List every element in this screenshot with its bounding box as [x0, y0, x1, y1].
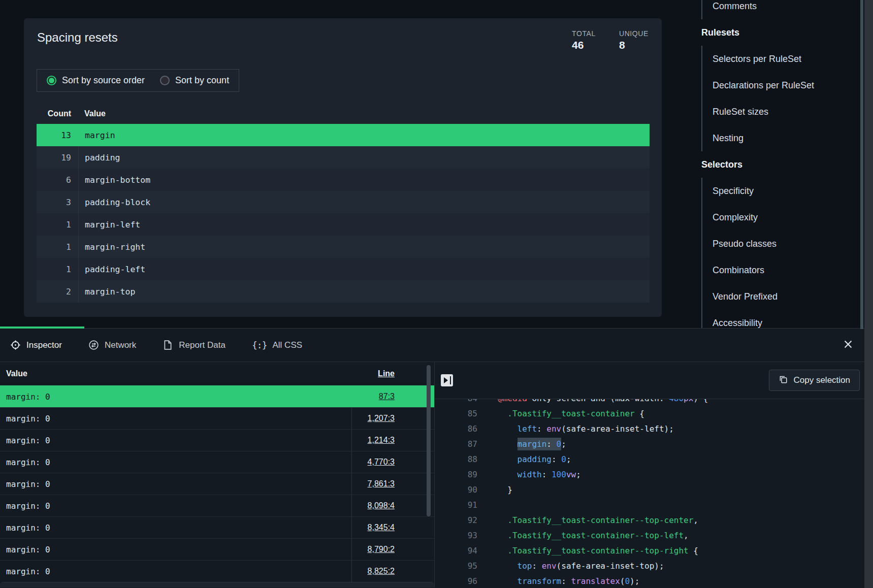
- row-value: padding-block: [78, 191, 650, 213]
- stat-unique-value: 8: [619, 39, 649, 51]
- tab-network[interactable]: Network: [88, 340, 136, 350]
- inspector-row[interactable]: margin: 08,345:4: [0, 516, 434, 538]
- tab-inspector[interactable]: Inspector: [10, 340, 62, 350]
- sidebar-item-ruleset-sizes[interactable]: RuleSet sizes: [713, 99, 860, 125]
- code-line: 96 transform: translatex(0);: [435, 573, 873, 587]
- line-number: 84: [435, 399, 477, 403]
- window-scrollbar-track[interactable]: [864, 0, 873, 588]
- spacing-table-row[interactable]: 13margin: [37, 124, 650, 146]
- tab-report-data[interactable]: Report Data: [163, 340, 225, 350]
- inspector-row[interactable]: margin: 08,790:2: [0, 538, 434, 560]
- inspector-row[interactable]: margin: 01,207:3: [0, 407, 434, 429]
- code-editor[interactable]: 84@media only screen and (max-width: 480…: [435, 399, 873, 587]
- line-link[interactable]: 8,098:4: [368, 501, 395, 510]
- line-link[interactable]: 87:3: [379, 392, 395, 401]
- sidebar-item-specificity[interactable]: Specificity: [713, 178, 860, 204]
- line-number: 86: [435, 424, 477, 434]
- sidebar-item-declarations-per-ruleset[interactable]: Declarations per RuleSet: [713, 72, 860, 99]
- count-column-header: Count: [37, 109, 78, 118]
- sidebar-item-pseudo-classes[interactable]: Pseudo classes: [713, 231, 860, 257]
- inspector-row[interactable]: margin: 07,861:3: [0, 473, 434, 495]
- sidebar-item-nesting[interactable]: Nesting: [713, 125, 860, 151]
- inspector-row[interactable]: margin: 04,770:3: [0, 451, 434, 473]
- line-number: 95: [435, 561, 477, 571]
- row-count: 1: [37, 258, 78, 280]
- copy-selection-button[interactable]: Copy selection: [769, 370, 860, 391]
- stats: TOTAL 46 UNIQUE 8: [572, 29, 649, 51]
- sort-by-count-option[interactable]: Sort by count: [160, 75, 229, 86]
- code-line: 91: [435, 497, 873, 512]
- line-link[interactable]: 4,770:3: [368, 458, 395, 467]
- sort-radio-group: Sort by source order Sort by count: [37, 69, 239, 92]
- card-title: Spacing resets: [37, 30, 118, 45]
- spacing-table-row[interactable]: 3padding-block: [37, 191, 650, 213]
- spacing-table-row[interactable]: 1margin-left: [37, 213, 650, 236]
- radio-selected-icon[interactable]: [47, 76, 56, 85]
- spacing-table-body: 13margin19padding6margin-bottom3padding-…: [37, 124, 650, 303]
- spacing-table-row[interactable]: 6margin-bottom: [37, 169, 650, 191]
- line-link[interactable]: 1,214:3: [368, 436, 395, 445]
- line-number: 90: [435, 485, 477, 495]
- line-link[interactable]: 1,207:3: [368, 414, 395, 423]
- code-text: @media only screen and (max-width: 480px…: [498, 399, 708, 403]
- radio-unselected-icon[interactable]: [160, 76, 170, 85]
- inspector-rows: margin: 087:3margin: 01,207:3margin: 01,…: [0, 385, 434, 587]
- declaration-value: margin: 0: [0, 495, 351, 516]
- code-text: padding: 0;: [498, 454, 571, 464]
- inspector-row[interactable]: margin: 087:3: [0, 385, 434, 407]
- line-cell: 87:3: [351, 386, 434, 407]
- copy-selection-label: Copy selection: [793, 375, 850, 385]
- code-line: 89 width: 100vw;: [435, 467, 873, 482]
- row-count: 19: [37, 146, 78, 169]
- sort-by-source-order-option[interactable]: Sort by source order: [47, 75, 145, 86]
- code-text: width: 100vw;: [498, 470, 581, 479]
- declaration-value: margin: 0: [0, 430, 351, 451]
- line-link[interactable]: 8,790:2: [368, 545, 395, 554]
- code-line: 93 .Toastify__toast-container--top-left,: [435, 528, 873, 543]
- inspector-row[interactable]: margin: 08,098:4: [0, 495, 434, 516]
- spacing-table-row[interactable]: 1padding-left: [37, 258, 650, 280]
- close-icon: [843, 339, 854, 352]
- collapse-panel-icon[interactable]: [441, 374, 453, 386]
- tab-report-data-label: Report Data: [179, 340, 225, 350]
- close-dock-button[interactable]: [842, 339, 855, 352]
- line-cell: 8,345:4: [351, 517, 434, 538]
- inspector-row-partial[interactable]: margin: 0: [0, 582, 434, 587]
- spacing-table-header: Count Value: [37, 104, 650, 124]
- sidebar-item-comments[interactable]: Comments: [713, 0, 860, 19]
- row-value: margin-top: [78, 280, 650, 303]
- code-text: .Toastify__toast-container--top-left,: [498, 531, 689, 540]
- sidebar-nav: CommentsRulesetsSelectors per RuleSetDec…: [701, 0, 860, 336]
- row-value: margin: [78, 124, 650, 146]
- copy-icon: [779, 375, 788, 386]
- line-number: 87: [435, 439, 477, 449]
- line-link[interactable]: 8,345:4: [368, 523, 395, 532]
- code-line: 92 .Toastify__toast-container--top-cente…: [435, 512, 873, 528]
- inspector-scrollbar-thumb[interactable]: [427, 365, 431, 516]
- page-scrollbar-thumb[interactable]: [860, 0, 863, 329]
- sidebar-item-complexity[interactable]: Complexity: [713, 204, 860, 231]
- sidebar-item-vendor-prefixed[interactable]: Vendor Prefixed: [713, 283, 860, 310]
- sidebar-item-combinators[interactable]: Combinators: [713, 257, 860, 283]
- document-icon: [163, 340, 173, 350]
- spacing-table-row[interactable]: 19padding: [37, 146, 650, 169]
- spacing-table-row[interactable]: 1margin-right: [37, 236, 650, 258]
- declaration-value: margin: 0: [0, 539, 351, 560]
- declaration-value: margin: 0: [0, 517, 351, 538]
- tab-all-css[interactable]: {:} All CSS: [252, 340, 302, 350]
- inspector-row[interactable]: margin: 01,214:3: [0, 429, 434, 451]
- sidebar-item-selectors-per-ruleset[interactable]: Selectors per RuleSet: [713, 46, 860, 72]
- code-line: 88 padding: 0;: [435, 451, 873, 467]
- inspector-line-header[interactable]: Line: [351, 369, 434, 378]
- declaration-value: margin: 0: [0, 386, 351, 407]
- row-count: 6: [37, 169, 78, 191]
- line-number: 93: [435, 531, 477, 540]
- sidebar-group: Comments: [701, 0, 860, 19]
- line-number: 88: [435, 454, 477, 464]
- inspector-row[interactable]: margin: 08,825:2: [0, 560, 434, 582]
- line-number: 92: [435, 515, 477, 525]
- line-link[interactable]: 8,825:2: [368, 567, 395, 576]
- declaration-value: margin: 0: [0, 582, 434, 587]
- line-link[interactable]: 7,861:3: [368, 479, 395, 488]
- spacing-table-row[interactable]: 2margin-top: [37, 280, 650, 303]
